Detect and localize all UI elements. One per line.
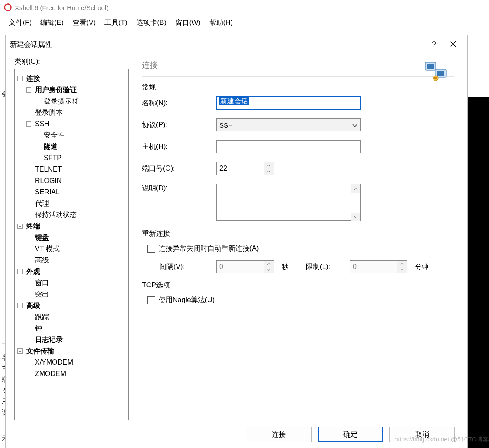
tree-item-label: 连接 — [26, 73, 40, 84]
tree-item-3[interactable]: 登录脚本 — [26, 107, 127, 118]
group-tcp-legend: TCP选项 — [142, 281, 173, 290]
tree-item-13[interactable]: −终端 — [17, 221, 127, 232]
protocol-select[interactable]: SSH — [216, 118, 361, 131]
tree-item-label: 保持活动状态 — [35, 209, 77, 221]
app-title: Xshell 6 (Free for Home/School) — [15, 4, 108, 11]
chevron-down-icon — [400, 269, 404, 271]
close-icon — [450, 41, 456, 47]
tree-item-14[interactable]: 键盘 — [26, 232, 127, 243]
tree-item-7[interactable]: SFTP — [35, 152, 127, 164]
name-label: 名称(N): — [142, 99, 216, 108]
tree-item-23[interactable]: 日志记录 — [26, 334, 127, 345]
chevron-down-icon — [267, 170, 271, 173]
tree-item-11[interactable]: 代理 — [26, 198, 127, 209]
ok-button[interactable]: 确定 — [318, 427, 383, 442]
host-input[interactable] — [216, 140, 361, 153]
svg-rect-8 — [434, 77, 437, 79]
port-spinner[interactable] — [216, 162, 274, 175]
menu-view[interactable]: 查看(V) — [70, 17, 98, 29]
tree-item-label: 终端 — [26, 221, 40, 232]
category-label: 类别(C): — [14, 57, 129, 66]
description-textarea[interactable] — [216, 184, 361, 221]
interval-spinner[interactable] — [216, 260, 274, 273]
tree-item-0[interactable]: −连接 — [17, 73, 127, 84]
tree-item-8[interactable]: TELNET — [26, 164, 127, 175]
menu-window[interactable]: 窗口(W) — [173, 17, 203, 29]
tree-item-9[interactable]: RLOGIN — [26, 175, 127, 186]
limit-up-button[interactable] — [397, 260, 407, 267]
tree-item-5[interactable]: 安全性 — [35, 130, 127, 141]
interval-label: 间隔(V): — [160, 262, 212, 272]
tree-item-label: 登录脚本 — [35, 107, 63, 118]
port-input[interactable] — [216, 162, 264, 175]
tree-item-label: SFTP — [44, 152, 62, 164]
group-reconnect: 重新连接 连接异常关闭时自动重新连接(A) 间隔(V): — [142, 234, 454, 273]
tree-item-16[interactable]: 高级 — [26, 255, 127, 266]
menu-tools[interactable]: 工具(T) — [102, 17, 130, 29]
collapse-icon[interactable]: − — [17, 269, 23, 274]
tree-item-10[interactable]: SERIAL — [26, 186, 127, 198]
tree-item-label: SERIAL — [35, 186, 60, 198]
limit-spinner[interactable] — [350, 260, 407, 273]
dialog-title: 新建会话属性 — [10, 40, 52, 49]
tree-item-21[interactable]: 跟踪 — [26, 311, 127, 323]
interval-up-button[interactable] — [264, 260, 274, 267]
menu-file[interactable]: 文件(F) — [6, 17, 34, 29]
name-input[interactable]: 新建会话 — [216, 96, 361, 110]
interval-unit: 秒 — [282, 263, 288, 271]
tree-item-17[interactable]: −外观 — [17, 266, 127, 277]
chevron-up-icon — [400, 262, 404, 265]
auto-reconnect-checkbox[interactable]: 连接异常关闭时自动重新连接(A) — [147, 244, 454, 253]
description-label: 说明(D): — [142, 184, 216, 193]
nagle-checkbox[interactable]: 使用Nagle算法(U) — [147, 296, 454, 305]
chevron-up-icon — [267, 262, 271, 265]
app-logo-icon — [3, 3, 12, 12]
chevron-up-icon — [267, 164, 271, 167]
port-up-button[interactable] — [264, 162, 274, 169]
interval-down-button[interactable] — [264, 267, 274, 274]
title-bar: Xshell 6 (Free for Home/School) — [0, 0, 489, 15]
menu-tabs[interactable]: 选项卡(B) — [134, 17, 169, 29]
tree-item-18[interactable]: 窗口 — [26, 277, 127, 289]
scroll-up-button[interactable] — [351, 184, 360, 193]
dialog-help-button[interactable]: ? — [424, 40, 444, 49]
interval-input[interactable] — [216, 260, 264, 273]
tree-item-20[interactable]: −高级 — [17, 300, 127, 311]
collapse-icon[interactable]: − — [17, 348, 23, 354]
tree-item-label: 用户身份验证 — [35, 84, 77, 96]
chevron-down-icon — [352, 121, 357, 129]
tree-item-24[interactable]: −文件传输 — [17, 345, 127, 357]
collapse-icon[interactable]: − — [17, 303, 23, 308]
port-down-button[interactable] — [264, 169, 274, 176]
group-general-legend: 常规 — [142, 83, 454, 92]
scroll-down-button[interactable] — [351, 213, 360, 221]
checkbox-icon — [147, 296, 155, 304]
tree-item-26[interactable]: ZMODEM — [26, 368, 127, 379]
dialog-titlebar: 新建会话属性 ? — [6, 35, 467, 54]
collapse-icon[interactable]: − — [26, 87, 31, 93]
port-label: 端口号(O): — [142, 164, 216, 173]
limit-input[interactable] — [350, 260, 397, 273]
collapse-icon[interactable]: − — [17, 76, 23, 81]
tree-item-15[interactable]: VT 模式 — [26, 243, 127, 255]
collapse-icon[interactable]: − — [26, 121, 31, 127]
dialog-footer: 连接 确定 取消 — [6, 421, 467, 448]
category-tree[interactable]: −连接−用户身份验证登录提示符登录脚本−SSH安全性隧道SFTPTELNETRL… — [14, 69, 129, 420]
menu-help[interactable]: 帮助(H) — [207, 17, 236, 29]
dialog-close-button[interactable] — [444, 40, 463, 49]
connection-icon — [424, 61, 448, 84]
tree-item-19[interactable]: 突出 — [26, 289, 127, 300]
tree-item-25[interactable]: X/YMODEM — [26, 357, 127, 368]
tree-item-2[interactable]: 登录提示符 — [35, 96, 127, 107]
tree-item-1[interactable]: −用户身份验证 — [26, 84, 127, 96]
tree-item-22[interactable]: 钟 — [26, 323, 127, 334]
tree-item-4[interactable]: −SSH — [26, 118, 127, 130]
checkbox-icon — [147, 245, 155, 253]
connect-button[interactable]: 连接 — [246, 427, 312, 442]
tree-item-12[interactable]: 保持活动状态 — [26, 209, 127, 221]
collapse-icon[interactable]: − — [17, 224, 23, 229]
tree-item-6[interactable]: 隧道 — [35, 141, 127, 152]
tree-item-label: 高级 — [35, 255, 49, 266]
limit-down-button[interactable] — [397, 267, 407, 274]
menu-edit[interactable]: 编辑(E) — [38, 17, 66, 29]
